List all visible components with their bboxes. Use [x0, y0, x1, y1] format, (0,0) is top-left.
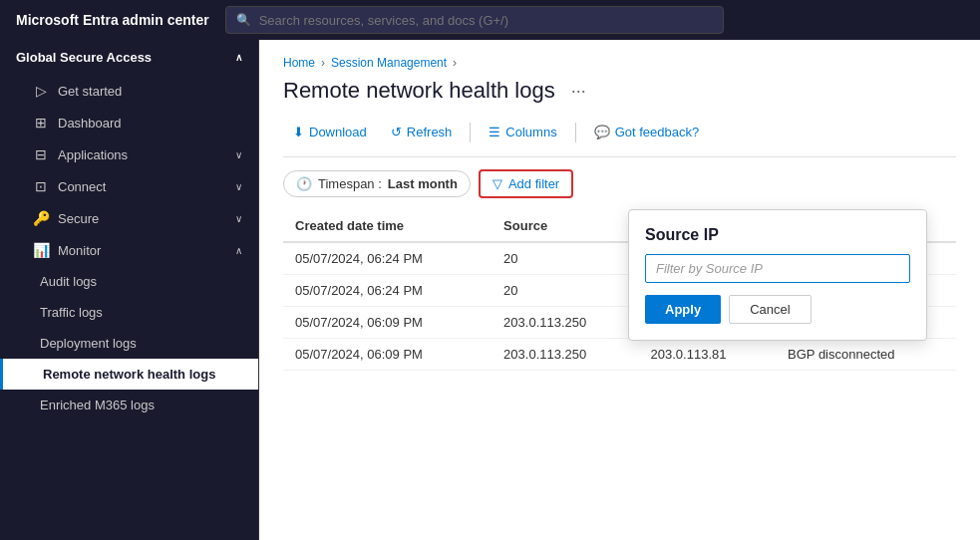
page-title-row: Remote network health logs ···: [283, 78, 956, 104]
main-content: Home › Session Management › Remote netwo…: [259, 40, 980, 540]
sidebar-item-label: Secure: [58, 211, 99, 226]
sidebar-item-applications[interactable]: ⊟ Applications ∨: [0, 138, 258, 170]
sidebar-item-label: Enriched M365 logs: [40, 398, 155, 412]
timespan-value: Last month: [388, 176, 458, 191]
cell-source: 203.0.113.250: [491, 339, 638, 371]
cell-description: BGP disconnected: [776, 339, 956, 371]
popup-actions: Apply Cancel: [645, 295, 910, 324]
sidebar: Global Secure Access ∧ ▷ Get started ⊞ D…: [0, 40, 259, 540]
sidebar-item-label: Dashboard: [58, 116, 122, 131]
download-icon: ⬇: [293, 125, 304, 139]
breadcrumb-sep: ›: [321, 56, 325, 70]
chevron-up-icon: ∧: [235, 245, 242, 256]
sidebar-item-label: Audit logs: [40, 274, 97, 289]
dashboard-icon: ⊞: [32, 115, 50, 131]
sidebar-item-enriched-m365-logs[interactable]: Enriched M365 logs: [0, 390, 258, 420]
sidebar-item-audit-logs[interactable]: Audit logs: [0, 266, 258, 297]
chevron-up-icon: ∧: [235, 52, 242, 63]
download-button[interactable]: ⬇ Download: [283, 120, 377, 144]
col-source: Source: [491, 210, 638, 242]
connect-icon: ⊡: [32, 178, 50, 194]
cancel-button[interactable]: Cancel: [729, 295, 811, 324]
cell-source: 203.0.113.250: [491, 307, 638, 339]
clock-icon: 🕐: [296, 176, 312, 191]
feedback-button[interactable]: 💬 Got feedback?: [584, 120, 710, 144]
col-created-date: Created date time: [283, 210, 491, 242]
sidebar-item-label: Get started: [58, 84, 122, 99]
filter-bar: 🕐 Timespan : Last month ▽ Add filter: [283, 169, 956, 198]
sidebar-item-monitor[interactable]: 📊 Monitor ∧: [0, 234, 258, 266]
search-box[interactable]: 🔍: [225, 6, 724, 34]
feedback-label: Got feedback?: [615, 125, 700, 139]
toolbar-separator: [470, 123, 471, 142]
timespan-button[interactable]: 🕐 Timespan : Last month: [283, 170, 471, 197]
sidebar-item-label: Traffic logs: [40, 305, 103, 320]
feedback-icon: 💬: [594, 125, 610, 139]
sidebar-item-label: Applications: [58, 147, 128, 162]
toolbar: ⬇ Download ↺ Refresh ☰ Columns 💬 Got fee…: [283, 120, 956, 157]
filter-icon: ▽: [492, 176, 502, 191]
sidebar-item-dashboard[interactable]: ⊞ Dashboard: [0, 107, 258, 138]
add-filter-label: Add filter: [508, 176, 559, 191]
source-ip-input[interactable]: [645, 254, 910, 283]
refresh-label: Refresh: [407, 125, 453, 139]
columns-label: Columns: [505, 125, 556, 139]
get-started-icon: ▷: [32, 83, 50, 99]
sidebar-item-label: Connect: [58, 179, 106, 194]
sidebar-item-label: Deployment logs: [40, 336, 137, 351]
monitor-icon: 📊: [32, 242, 50, 258]
secure-icon: 🔑: [32, 210, 50, 226]
sidebar-item-label: Monitor: [58, 243, 101, 258]
table-row: 05/07/2024, 06:09 PM 203.0.113.250 203.0…: [283, 339, 956, 371]
sidebar-item-connect[interactable]: ⊡ Connect ∨: [0, 170, 258, 202]
sidebar-section-global-secure-access[interactable]: Global Secure Access ∧: [0, 40, 258, 75]
cell-destination: 203.0.113.81: [639, 339, 777, 371]
cell-source: 20: [491, 242, 638, 275]
refresh-button[interactable]: ↺ Refresh: [381, 120, 463, 144]
breadcrumb-session-management[interactable]: Session Management: [331, 56, 447, 70]
search-icon: 🔍: [236, 13, 251, 27]
refresh-icon: ↺: [391, 125, 402, 139]
toolbar-separator2: [575, 123, 576, 142]
chevron-down-icon: ∨: [235, 149, 242, 160]
app-title: Microsoft Entra admin center: [16, 12, 209, 28]
page-title: Remote network health logs: [283, 78, 555, 104]
columns-button[interactable]: ☰ Columns: [479, 120, 566, 144]
top-bar: Microsoft Entra admin center 🔍: [0, 0, 980, 40]
apply-button[interactable]: Apply: [645, 295, 721, 324]
cell-date: 05/07/2024, 06:09 PM: [283, 339, 491, 371]
breadcrumb-sep2: ›: [453, 56, 457, 70]
cell-date: 05/07/2024, 06:09 PM: [283, 307, 491, 339]
source-ip-popup: Source IP Apply Cancel: [628, 209, 927, 341]
applications-icon: ⊟: [32, 146, 50, 162]
sidebar-section-label: Global Secure Access: [16, 50, 152, 65]
cell-date: 05/07/2024, 06:24 PM: [283, 242, 491, 275]
sidebar-item-secure[interactable]: 🔑 Secure ∨: [0, 202, 258, 234]
add-filter-button[interactable]: ▽ Add filter: [479, 169, 573, 198]
sidebar-item-remote-network-health-logs[interactable]: Remote network health logs: [0, 359, 258, 390]
breadcrumb-home[interactable]: Home: [283, 56, 315, 70]
chevron-down-icon: ∨: [235, 181, 242, 192]
breadcrumb: Home › Session Management ›: [283, 56, 956, 70]
sidebar-item-deployment-logs[interactable]: Deployment logs: [0, 328, 258, 359]
sidebar-item-traffic-logs[interactable]: Traffic logs: [0, 297, 258, 328]
columns-icon: ☰: [489, 125, 500, 139]
timespan-label: Timespan :: [318, 176, 382, 191]
more-options-button[interactable]: ···: [565, 79, 592, 104]
popup-title: Source IP: [645, 226, 910, 244]
download-label: Download: [309, 125, 367, 139]
search-input[interactable]: [259, 13, 713, 28]
sidebar-item-get-started[interactable]: ▷ Get started: [0, 75, 258, 107]
chevron-down-icon: ∨: [235, 213, 242, 224]
sidebar-item-label: Remote network health logs: [43, 367, 215, 382]
cell-date: 05/07/2024, 06:24 PM: [283, 275, 491, 307]
cell-source: 20: [491, 275, 638, 307]
